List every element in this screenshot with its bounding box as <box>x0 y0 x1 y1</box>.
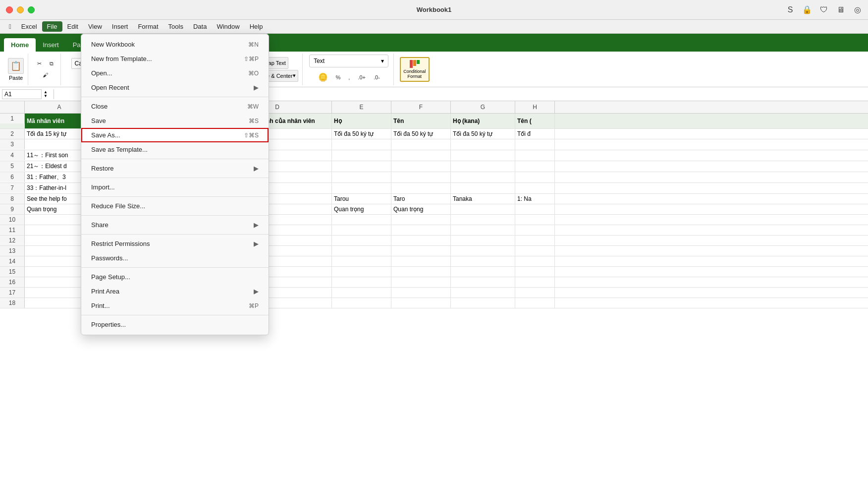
grid-cell-h3[interactable] <box>515 139 555 150</box>
grid-cell-f1[interactable]: Tên <box>391 114 451 128</box>
grid-cell-e5[interactable] <box>332 161 391 172</box>
grid-cell-h10[interactable] <box>515 215 555 225</box>
restrict-permissions-arrow: ▶ <box>254 240 259 247</box>
insert-menu[interactable]: Insert <box>107 21 133 32</box>
grid-cell-f3[interactable] <box>391 139 451 150</box>
grid-cell-f6[interactable] <box>391 172 451 182</box>
menu-save-as[interactable]: Save As... ⇧⌘S <box>81 128 269 142</box>
grid-cell-f8[interactable]: Taro <box>391 194 451 204</box>
grid-cell-g3[interactable] <box>451 139 515 150</box>
maximize-window-button[interactable] <box>28 6 35 13</box>
grid-cell-e3[interactable] <box>332 139 391 150</box>
menu-share[interactable]: Share ▶ <box>81 218 269 232</box>
view-menu[interactable]: View <box>83 21 107 32</box>
menu-save-template[interactable]: Save as Template... <box>81 142 269 157</box>
col-header-g[interactable]: G <box>451 101 515 113</box>
copy-button[interactable]: ⧉ <box>47 59 56 69</box>
separator-4 <box>81 196 269 197</box>
row-header-7: 7 <box>0 183 25 193</box>
menu-print-area[interactable]: Print Area ▶ <box>81 284 269 299</box>
menu-properties[interactable]: Properties... <box>81 317 269 332</box>
menu-passwords[interactable]: Passwords... <box>81 251 269 265</box>
menu-new-workbook[interactable]: New Workbook ⌘N <box>81 37 269 52</box>
grid-cell-g6[interactable] <box>451 172 515 182</box>
currency-button[interactable]: 🪙 <box>315 70 331 84</box>
grid-cell-g8[interactable]: Tanaka <box>451 194 515 204</box>
grid-cell-e1[interactable]: Họ <box>332 114 391 128</box>
col-header-f[interactable]: F <box>391 101 451 113</box>
col-header-e[interactable]: E <box>332 101 391 113</box>
tools-menu[interactable]: Tools <box>163 21 188 32</box>
row-header-17: 17 <box>0 288 25 298</box>
format-menu[interactable]: Format <box>133 21 163 32</box>
menu-print[interactable]: Print... ⌘P <box>81 299 269 313</box>
grid-cell-g9[interactable] <box>451 204 515 214</box>
tab-insert[interactable]: Insert <box>36 38 66 52</box>
grid-cell-f10[interactable] <box>391 215 451 225</box>
cut-button[interactable]: ✂ <box>34 59 45 69</box>
excel-menu[interactable]: Excel <box>16 21 42 32</box>
print-shortcut: ⌘P <box>249 302 259 309</box>
number-format-dropdown[interactable]: Text ▾ <box>309 55 388 67</box>
grid-cell-f4[interactable] <box>391 150 451 161</box>
apple-menu[interactable]:  <box>4 21 16 32</box>
window-menu[interactable]: Window <box>212 21 244 32</box>
menu-import[interactable]: Import... <box>81 180 269 194</box>
menu-restore[interactable]: Restore ▶ <box>81 161 269 176</box>
grid-cell-h9[interactable] <box>515 204 555 214</box>
row-header-6: 6 <box>0 172 25 182</box>
grid-cell-f7[interactable] <box>391 183 451 193</box>
save-shortcut: ⌘S <box>249 118 259 124</box>
increase-decimal-button[interactable]: .0+ <box>355 70 369 84</box>
menu-reduce-file-size[interactable]: Reduce File Size... <box>81 199 269 213</box>
grid-cell-e7[interactable] <box>332 183 391 193</box>
grid-cell-e8[interactable]: Tarou <box>332 194 391 204</box>
menu-page-setup[interactable]: Page Setup... <box>81 270 269 284</box>
row-header-12: 12 <box>0 236 25 245</box>
decrease-decimal-button[interactable]: .0- <box>371 70 383 84</box>
grid-cell-e6[interactable] <box>332 172 391 182</box>
grid-cell-f5[interactable] <box>391 161 451 172</box>
grid-cell-h8[interactable]: 1: Na <box>515 194 555 204</box>
menu-save[interactable]: Save ⌘S <box>81 114 269 128</box>
grid-cell-g5[interactable] <box>451 161 515 172</box>
comma-button[interactable]: , <box>345 70 353 84</box>
help-menu[interactable]: Help <box>245 21 268 32</box>
grid-cell-g2[interactable]: Tối đa 50 ký tự <box>451 129 515 139</box>
grid-cell-g7[interactable] <box>451 183 515 193</box>
menu-close[interactable]: Close ⌘W <box>81 99 269 114</box>
grid-cell-e2[interactable]: Tối đa 50 ký tự <box>332 129 391 139</box>
conditional-format-button[interactable]: Conditional Format <box>400 57 430 82</box>
grid-cell-e9[interactable]: Quan trọng <box>332 204 391 214</box>
menu-open-recent[interactable]: Open Recent ▶ <box>81 80 269 95</box>
percent-button[interactable]: % <box>333 70 344 84</box>
paste-button[interactable]: 📋 Paste <box>8 58 24 81</box>
cond-format-label2: Format <box>407 74 422 79</box>
grid-cell-h4[interactable] <box>515 150 555 161</box>
grid-cell-g1[interactable]: Họ (kana) <box>451 114 515 128</box>
grid-cell-h1[interactable]: Tên ( <box>515 114 555 128</box>
grid-cell-g10[interactable] <box>451 215 515 225</box>
minimize-window-button[interactable] <box>17 6 24 13</box>
tab-home[interactable]: Home <box>4 38 36 52</box>
cell-reference-box[interactable]: A1 <box>2 89 42 99</box>
open-recent-arrow: ▶ <box>254 84 259 91</box>
data-menu[interactable]: Data <box>188 21 212 32</box>
grid-cell-e10[interactable] <box>332 215 391 225</box>
grid-cell-f9[interactable]: Quan trọng <box>391 204 451 214</box>
grid-cell-h6[interactable] <box>515 172 555 182</box>
grid-cell-h2[interactable]: Tối đ <box>515 129 555 139</box>
col-header-h[interactable]: H <box>515 101 555 113</box>
menu-restrict-permissions[interactable]: Restrict Permissions ▶ <box>81 237 269 251</box>
menu-new-template[interactable]: New from Template... ⇧⌘P <box>81 52 269 66</box>
menu-open[interactable]: Open... ⌘O <box>81 66 269 80</box>
grid-cell-f2[interactable]: Tối đa 50 ký tự <box>391 129 451 139</box>
close-window-button[interactable] <box>6 6 13 13</box>
file-menu[interactable]: File <box>42 21 62 32</box>
grid-cell-e4[interactable] <box>332 150 391 161</box>
format-painter-button[interactable]: 🖌 <box>40 70 51 80</box>
edit-menu[interactable]: Edit <box>62 21 83 32</box>
grid-cell-h7[interactable] <box>515 183 555 193</box>
grid-cell-h5[interactable] <box>515 161 555 172</box>
grid-cell-g4[interactable] <box>451 150 515 161</box>
